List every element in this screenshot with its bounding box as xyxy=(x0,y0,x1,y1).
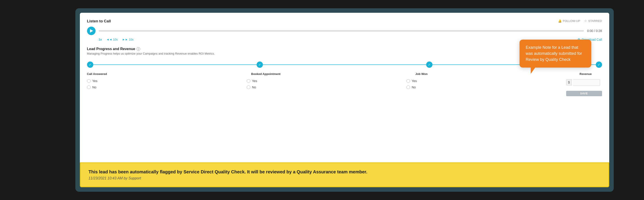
check-icon-4: ✓ xyxy=(598,63,600,66)
play-icon xyxy=(90,29,93,33)
step-label-3: Job Won xyxy=(416,72,580,76)
step-call-answered: ✓ xyxy=(87,62,256,68)
info-icon[interactable]: i xyxy=(136,47,140,51)
radio-job-won-yes[interactable]: Yes xyxy=(406,79,566,83)
yes-label-3: Yes xyxy=(412,79,417,83)
step-label-4: Revenue xyxy=(580,72,602,76)
audio-player: 0:00 / 0:28 xyxy=(87,27,602,35)
revenue-input[interactable] xyxy=(573,79,600,86)
notification-banner: This lead has been automatically flagged… xyxy=(80,162,609,187)
forward-label: 10s xyxy=(129,38,134,41)
listen-to-call-title: Listen to Call xyxy=(87,19,602,23)
radio-circle xyxy=(87,86,90,89)
notification-main-text: This lead has been automatically flagged… xyxy=(88,169,600,175)
step-label-1-text: Call Answered xyxy=(87,72,107,76)
radio-circle xyxy=(87,79,90,83)
no-label-2: No xyxy=(252,86,256,89)
step-line-1 xyxy=(93,64,256,65)
check-icon-2: ✓ xyxy=(258,63,261,66)
starred-button[interactable]: ☆ STARRED xyxy=(584,19,602,23)
app-window: 🔔 FOLLOW-UP ☆ STARRED Listen to Call 0:0… xyxy=(75,8,614,192)
step-label-3-text: Job Won xyxy=(416,72,428,76)
yes-label-2: Yes xyxy=(252,79,257,83)
radio-job-won-no[interactable]: No xyxy=(406,86,566,89)
step-line-2 xyxy=(263,64,426,65)
check-icon-1: ✓ xyxy=(89,63,92,66)
revenue-input-group: $ xyxy=(566,79,602,86)
radio-options: Yes No Yes No xyxy=(87,79,602,96)
radio-group-revenue: $ SAVE xyxy=(566,79,602,96)
star-icon: ☆ xyxy=(584,19,587,23)
yes-label-1: Yes xyxy=(92,79,98,83)
lead-progress-title-text: Lead Progress and Revenue xyxy=(87,47,135,51)
forward-icon: ►► xyxy=(122,38,128,41)
tooltip-text: Example Note for a Lead that was automat… xyxy=(526,45,582,62)
step-circle-1: ✓ xyxy=(87,62,93,68)
rewind-icon: ◄◄ xyxy=(106,38,112,41)
radio-group-booked-appointment: Yes No xyxy=(247,79,406,96)
radio-group-job-won: Yes No xyxy=(406,79,566,96)
radio-booked-yes[interactable]: Yes xyxy=(247,79,406,83)
step-circle-3: ✓ xyxy=(426,62,432,68)
step-booked-appointment: ✓ xyxy=(256,62,426,68)
step-circle-2: ✓ xyxy=(256,62,263,68)
currency-symbol: $ xyxy=(566,79,572,86)
radio-circle xyxy=(406,79,410,83)
radio-circle xyxy=(247,86,250,89)
time-display: 0:00 / 0:28 xyxy=(587,29,602,33)
no-label-1: No xyxy=(92,86,96,89)
audio-progress-bar[interactable] xyxy=(99,30,584,31)
radio-booked-no[interactable]: No xyxy=(247,86,406,89)
radio-circle xyxy=(406,86,410,89)
top-actions: 🔔 FOLLOW-UP ☆ STARRED xyxy=(558,19,602,23)
radio-circle xyxy=(247,79,250,83)
radio-group-call-answered: Yes No xyxy=(87,79,247,96)
step-label-4-text: Revenue xyxy=(580,72,592,76)
no-label-3: No xyxy=(412,86,416,89)
step-label-2: Booked Appointment xyxy=(251,72,416,76)
step-revenue: ✓ xyxy=(596,62,602,68)
rewind-button[interactable]: ◄◄ 10s xyxy=(106,38,118,41)
speed-button[interactable]: 1x xyxy=(99,38,102,41)
tooltip-bubble: Example Note for a Lead that was automat… xyxy=(520,40,591,68)
forward-button[interactable]: ►► 10s xyxy=(122,38,134,41)
notification-meta: 11/23/2021 10:43 AM by Support xyxy=(88,176,600,180)
follow-up-button[interactable]: 🔔 FOLLOW-UP xyxy=(558,19,580,23)
step-labels: Call Answered Booked Appointment Job Won… xyxy=(87,72,602,76)
bell-icon: 🔔 xyxy=(558,19,562,23)
starred-label: STARRED xyxy=(588,19,602,23)
radio-call-answered-yes[interactable]: Yes xyxy=(87,79,247,83)
follow-up-label: FOLLOW-UP xyxy=(563,19,580,23)
window-content: 🔔 FOLLOW-UP ☆ STARRED Listen to Call 0:0… xyxy=(80,13,609,187)
step-label-1: Call Answered xyxy=(87,72,251,76)
step-circle-4: ✓ xyxy=(596,62,602,68)
play-button[interactable] xyxy=(87,27,96,35)
check-icon-3: ✓ xyxy=(428,63,431,66)
step-label-2-text: Booked Appointment xyxy=(251,72,280,76)
radio-call-answered-no[interactable]: No xyxy=(87,86,247,89)
save-button[interactable]: SAVE xyxy=(566,91,602,96)
rewind-label: 10s xyxy=(113,38,118,41)
